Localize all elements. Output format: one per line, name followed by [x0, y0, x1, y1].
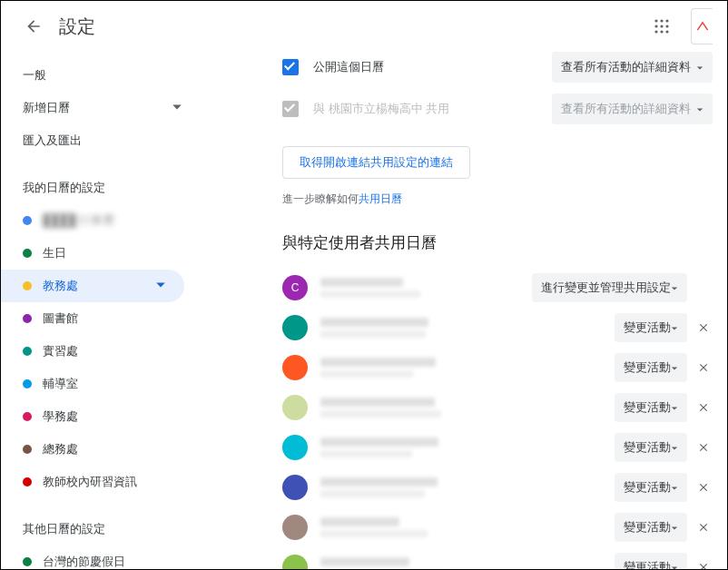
public-checkbox[interactable] — [282, 59, 299, 75]
sidebar-item-add-calendar[interactable]: 新增日曆 — [1, 92, 201, 124]
user-permission-select[interactable]: 變更活動 — [615, 353, 687, 382]
remove-user-button[interactable] — [694, 319, 713, 337]
svg-point-0 — [654, 19, 657, 22]
caret-down-icon — [671, 361, 678, 375]
calendar-label: 總務處 — [43, 441, 78, 457]
user-info — [320, 477, 615, 497]
org-checkbox — [282, 101, 299, 117]
org-label: 與 桃園市立楊梅高中 共用 — [313, 101, 449, 117]
user-permission-select[interactable]: 變更活動 — [615, 473, 687, 502]
helper-link[interactable]: 共用日曆 — [359, 192, 402, 205]
calendar-label: 生日 — [43, 245, 66, 261]
org-permission-select: 查看所有活動的詳細資料 — [552, 93, 713, 124]
svg-point-7 — [660, 30, 663, 33]
chevron-down-icon — [155, 280, 166, 293]
avatar — [282, 435, 308, 460]
account-indicator[interactable] — [691, 8, 713, 44]
helper-text: 進一步瞭解如何共用日曆 — [282, 192, 713, 207]
avatar — [282, 315, 308, 340]
sidebar-calendar-item[interactable]: 台灣的節慶假日 — [1, 545, 184, 569]
user-info — [320, 517, 615, 537]
sidebar-calendar-item[interactable]: 總務處 — [1, 433, 184, 466]
shared-user-row: 變更活動 — [282, 428, 713, 467]
svg-point-2 — [665, 19, 668, 22]
avatar — [282, 355, 308, 380]
shared-user-row: 變更活動 — [282, 507, 713, 547]
color-dot — [23, 379, 32, 388]
sidebar-calendar-item[interactable]: 教務處 — [1, 270, 184, 302]
shared-user-row: C進行變更並管理共用設定 — [282, 268, 713, 308]
sidebar-calendar-item[interactable]: 生日 — [1, 237, 184, 270]
color-dot — [23, 477, 32, 486]
calendar-label: 圖書館 — [43, 310, 78, 327]
page-title: 設定 — [59, 15, 95, 39]
color-dot — [23, 249, 32, 258]
caret-down-icon — [696, 61, 703, 74]
avatar — [282, 515, 308, 540]
share-section-title: 與特定使用者共用日曆 — [282, 232, 713, 253]
calendar-label: ████ 行事曆 — [43, 212, 114, 229]
color-dot — [23, 216, 32, 225]
user-info — [320, 278, 532, 298]
caret-down-icon — [671, 521, 678, 535]
user-permission-select[interactable]: 變更活動 — [615, 313, 687, 342]
remove-user-button[interactable] — [694, 359, 713, 377]
color-dot — [23, 281, 32, 290]
chevron-down-icon — [172, 102, 182, 115]
caret-down-icon — [671, 561, 678, 570]
sidebar-item-general[interactable]: 一般 — [1, 59, 201, 92]
main-content: 公開這個日曆 查看所有活動的詳細資料 與 桃園市立楊梅高中 共用 查看所有活動的… — [201, 52, 727, 569]
color-dot — [23, 347, 32, 356]
sidebar-calendar-item[interactable]: ████ 行事曆 — [1, 204, 184, 237]
user-permission-select[interactable]: 變更活動 — [615, 393, 687, 422]
user-permission-select[interactable]: 進行變更並管理共用設定 — [532, 273, 687, 302]
svg-point-4 — [660, 25, 663, 27]
get-link-button[interactable]: 取得開啟連結共用設定的連結 — [282, 146, 470, 179]
sidebar-item-import-export[interactable]: 匯入及匯出 — [1, 124, 201, 157]
shared-user-row: 變更活動 — [282, 467, 713, 507]
caret-down-icon — [671, 281, 678, 295]
caret-down-icon — [671, 401, 678, 415]
caret-down-icon — [671, 481, 678, 495]
sidebar-item-label: 新增日曆 — [23, 100, 70, 116]
user-permission-select[interactable]: 變更活動 — [615, 553, 687, 569]
avatar: C — [282, 275, 308, 300]
sidebar: 一般 新增日曆 匯入及匯出 我的日曆的設定 ████ 行事曆生日教務處圖書館實習… — [1, 52, 201, 569]
avatar — [282, 475, 308, 500]
svg-point-5 — [665, 25, 668, 27]
remove-user-button[interactable] — [694, 438, 713, 457]
avatar — [282, 395, 308, 420]
color-dot — [23, 314, 32, 323]
public-label: 公開這個日曆 — [313, 59, 384, 75]
public-permission-select[interactable]: 查看所有活動的詳細資料 — [552, 52, 713, 83]
user-info — [320, 358, 615, 378]
svg-point-8 — [665, 30, 668, 33]
svg-point-3 — [654, 25, 657, 27]
caret-down-icon — [696, 103, 703, 116]
user-permission-select[interactable]: 變更活動 — [615, 433, 687, 462]
svg-point-6 — [654, 30, 657, 33]
sidebar-calendar-item[interactable]: 圖書館 — [1, 302, 184, 335]
calendar-label: 輔導室 — [43, 376, 78, 392]
color-dot — [23, 412, 32, 421]
sidebar-calendar-item[interactable]: 實習處 — [1, 335, 184, 368]
svg-point-1 — [660, 19, 663, 22]
calendar-label: 教務處 — [43, 278, 78, 294]
remove-user-button[interactable] — [694, 398, 713, 417]
sidebar-section-my-calendars: 我的日曆的設定 — [1, 172, 201, 204]
user-info — [320, 437, 615, 457]
apps-icon[interactable] — [644, 8, 680, 44]
remove-user-button[interactable] — [694, 558, 713, 569]
shared-user-row: 變更活動 — [282, 308, 713, 348]
user-permission-select[interactable]: 變更活動 — [615, 513, 687, 542]
sidebar-calendar-item[interactable]: 輔導室 — [1, 368, 184, 400]
remove-user-button[interactable] — [694, 478, 713, 496]
sidebar-calendar-item[interactable]: 學務處 — [1, 400, 184, 433]
remove-user-button[interactable] — [694, 518, 713, 536]
shared-user-row: 變更活動 — [282, 547, 713, 569]
user-info — [320, 318, 615, 338]
sidebar-calendar-item[interactable]: 教師校內研習資訊 — [1, 466, 184, 498]
color-dot — [23, 557, 32, 566]
shared-user-row: 變更活動 — [282, 388, 713, 428]
back-button[interactable] — [15, 8, 52, 44]
